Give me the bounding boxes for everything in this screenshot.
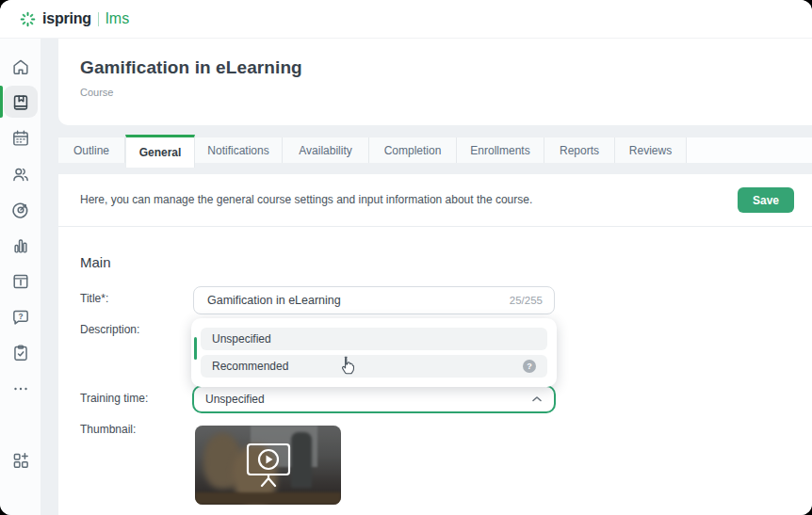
more-icon: [10, 378, 31, 399]
course-title-input[interactable]: [205, 293, 502, 308]
help-chat-icon: ?: [10, 307, 31, 328]
sidebar-item-help[interactable]: ?: [0, 299, 41, 335]
section-divider: [58, 226, 812, 227]
sidebar-item-courses[interactable]: [0, 85, 41, 121]
tab-enrollments[interactable]: Enrollments: [457, 137, 544, 163]
sidebar-item-apps[interactable]: [0, 443, 41, 478]
training-time-value: Unspecified: [205, 393, 265, 406]
sidebar-nav: ?: [0, 39, 41, 515]
ispring-burst-icon: [20, 11, 36, 27]
brand-name: ispring: [42, 10, 91, 27]
tab-reviews[interactable]: Reviews: [615, 137, 687, 163]
sidebar-item-more[interactable]: [0, 371, 41, 407]
title-field-label: Title*:: [80, 292, 108, 305]
dropdown-option-label: Recommended: [212, 360, 288, 373]
sidebar-item-users[interactable]: [0, 156, 41, 192]
intro-text: Here, you can manage the general course …: [80, 193, 664, 206]
dropdown-option-unspecified[interactable]: Unspecified: [201, 328, 547, 350]
bar-chart-icon: [10, 235, 31, 256]
help-icon: ?: [523, 360, 536, 373]
selected-option-bar: [194, 337, 197, 360]
description-field-label: Description:: [80, 323, 139, 336]
sidebar-item-reports[interactable]: [0, 228, 41, 264]
apps-icon: [10, 450, 31, 471]
tab-availability[interactable]: Availability: [283, 137, 369, 163]
dropdown-option-label: Unspecified: [212, 332, 271, 346]
tab-reports[interactable]: Reports: [544, 137, 615, 163]
chevron-up-icon: [531, 395, 543, 403]
course-tabs: Outline General Notifications Availabili…: [58, 137, 812, 163]
tab-general[interactable]: General: [125, 135, 195, 168]
sidebar-item-calendar[interactable]: [0, 121, 41, 156]
tab-strip-filler: [687, 137, 812, 163]
svg-text:?: ?: [18, 313, 23, 321]
tab-notifications[interactable]: Notifications: [195, 137, 283, 163]
general-settings-panel: Here, you can manage the general course …: [58, 174, 812, 515]
calendar-icon: [10, 128, 31, 149]
tab-outline[interactable]: Outline: [58, 137, 125, 163]
brand-logo[interactable]: ispring lms: [20, 10, 129, 27]
page-subtitle: Course: [80, 87, 812, 98]
save-button[interactable]: Save: [738, 187, 794, 213]
users-icon: [10, 164, 31, 185]
course-header: Gamification in eLearning Course: [58, 39, 812, 125]
training-time-dropdown-menu: Unspecified Recommended ?: [191, 318, 557, 387]
section-title: Main: [80, 254, 111, 270]
tasks-icon: [10, 343, 31, 363]
title-input-wrap: 25/255: [193, 286, 555, 314]
tab-completion[interactable]: Completion: [369, 137, 457, 163]
active-item-bar: [0, 86, 3, 118]
training-time-select[interactable]: Unspecified: [192, 385, 556, 413]
dropdown-option-recommended[interactable]: Recommended ?: [201, 355, 547, 378]
book-icon: [10, 92, 31, 113]
home-icon: [10, 56, 31, 77]
info-panel-icon: [10, 271, 31, 292]
brand-product: lms: [106, 10, 129, 27]
target-icon: [10, 200, 31, 220]
sidebar-item-home[interactable]: [0, 49, 41, 85]
video-play-icon: [195, 426, 341, 505]
top-bar: ispring lms: [0, 0, 812, 39]
sidebar-item-goals[interactable]: [0, 192, 41, 228]
brand-separator: [98, 12, 99, 26]
app-window: ispring lms: [0, 0, 812, 515]
page-title: Gamification in eLearning: [80, 57, 812, 78]
sidebar-item-tasks[interactable]: [0, 335, 41, 371]
training-time-label: Training time:: [80, 392, 148, 405]
thumbnail-label: Thumbnail:: [80, 423, 136, 436]
course-thumbnail[interactable]: [195, 426, 341, 505]
char-counter: 25/255: [510, 295, 543, 306]
sidebar-item-info[interactable]: [0, 264, 41, 299]
